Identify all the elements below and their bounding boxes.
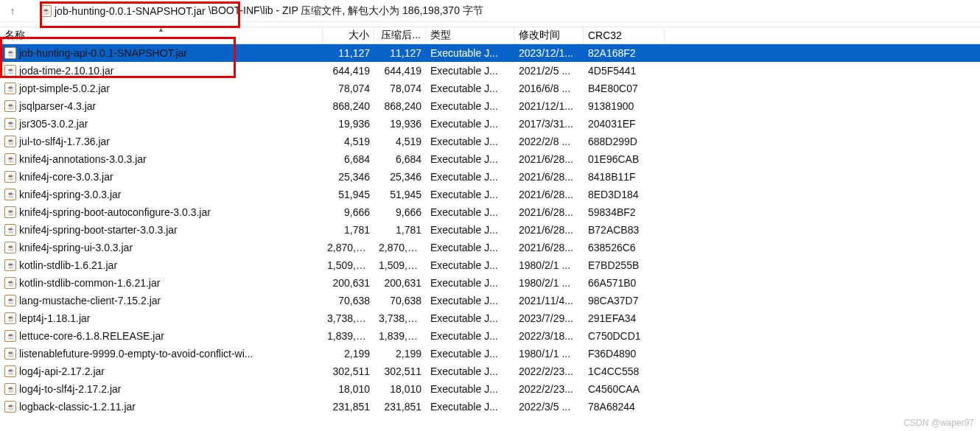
jar-icon: ☕ [4, 348, 16, 360]
header-packed[interactable]: 压缩后... [374, 27, 426, 43]
file-size: 25,346 [323, 170, 374, 183]
header-date[interactable]: 修改时间 [514, 27, 584, 43]
table-row[interactable]: ☕jsr305-3.0.2.jar19,93619,936Executable … [0, 115, 980, 133]
file-name: jopt-simple-5.0.2.jar [19, 83, 110, 94]
file-name: jsqlparser-4.3.jar [19, 100, 96, 112]
table-row[interactable]: ☕listenablefuture-9999.0-empty-to-avoid-… [0, 345, 980, 362]
header-size[interactable]: 大小 [323, 27, 374, 43]
table-row[interactable]: ☕knife4j-spring-ui-3.0.3.jar2,870,3...2,… [0, 239, 980, 256]
file-crc: E7BD255B [584, 259, 665, 272]
table-row[interactable]: ☕knife4j-spring-boot-starter-3.0.3.jar1,… [0, 221, 980, 239]
watermark: CSDN @waper97 [903, 418, 974, 428]
file-packed: 18,010 [374, 382, 426, 396]
jar-icon: ☕ [4, 189, 16, 200]
file-type: Executable J... [426, 365, 514, 378]
table-row[interactable]: ☕jul-to-slf4j-1.7.36.jar4,5194,519Execut… [0, 133, 980, 150]
file-date: 2022/2/23... [514, 365, 584, 378]
file-date: 2016/6/8 ... [514, 82, 584, 95]
table-row[interactable]: ☕knife4j-spring-boot-autoconfigure-3.0.3… [0, 203, 980, 221]
file-packed: 2,870,3... [374, 241, 426, 254]
file-name: knife4j-spring-3.0.3.jar [19, 189, 122, 200]
file-date: 2021/6/28... [514, 223, 584, 236]
table-row[interactable]: ☕lang-mustache-client-7.15.2.jar70,63870… [0, 292, 980, 309]
file-name: knife4j-spring-boot-autoconfigure-3.0.3.… [19, 206, 211, 218]
file-crc: 8418B11F [584, 170, 665, 183]
table-row[interactable]: ☕jsqlparser-4.3.jar868,240868,240Executa… [0, 97, 980, 115]
file-date: 2021/11/4... [514, 294, 584, 307]
file-type: Executable J... [426, 188, 514, 201]
file-type: Executable J... [426, 206, 514, 219]
file-date: 2022/2/23... [514, 382, 584, 396]
file-crc: F36D4890 [584, 347, 665, 360]
file-date: 2021/6/28... [514, 206, 584, 219]
table-row[interactable]: ☕kotlin-stdlib-common-1.6.21.jar200,6312… [0, 274, 980, 292]
file-packed: 78,074 [374, 82, 426, 95]
table-row[interactable]: ☕logback-classic-1.2.11.jar231,851231,85… [0, 398, 980, 416]
file-packed: 3,738,9... [374, 312, 426, 325]
file-size: 9,666 [323, 206, 374, 219]
header-crc[interactable]: CRC32 [584, 28, 665, 43]
file-date: 2021/6/28... [514, 188, 584, 201]
archive-path-file[interactable]: job-hunting-0.0.1-SNAPSHOT.jar [55, 5, 206, 17]
jar-icon: ☕ [4, 153, 16, 165]
file-size: 644,419 [323, 64, 374, 77]
file-crc: 59834BF2 [584, 206, 665, 219]
table-row[interactable]: ☕knife4j-annotations-3.0.3.jar6,6846,684… [0, 150, 980, 168]
file-packed: 51,945 [374, 188, 426, 201]
table-row[interactable]: ☕log4j-to-slf4j-2.17.2.jar18,01018,010Ex… [0, 380, 980, 398]
file-size: 51,945 [323, 188, 374, 201]
file-size: 4,519 [323, 135, 374, 148]
file-type: Executable J... [426, 276, 514, 290]
file-size: 19,936 [323, 117, 374, 130]
jar-icon: ☕ [4, 330, 16, 342]
jar-icon: ☕ [4, 365, 16, 377]
file-crc: 82A168F2 [584, 46, 665, 60]
file-packed: 1,839,4... [374, 329, 426, 343]
table-row[interactable]: ☕knife4j-core-3.0.3.jar25,34625,346Execu… [0, 168, 980, 186]
file-packed: 25,346 [374, 170, 426, 183]
file-date: 2023/12/1... [514, 46, 584, 60]
file-crc: 688D299D [584, 135, 665, 148]
file-packed: 70,638 [374, 294, 426, 307]
table-row[interactable]: ☕lettuce-core-6.1.8.RELEASE.jar1,839,4..… [0, 327, 980, 345]
file-crc: 78A68244 [584, 400, 665, 413]
file-type: Executable J... [426, 259, 514, 272]
header-type[interactable]: 类型 [426, 27, 514, 43]
file-type: Executable J... [426, 329, 514, 343]
file-crc: 638526C6 [584, 241, 665, 254]
jar-icon: ☕ [4, 401, 16, 413]
file-packed: 2,199 [374, 347, 426, 360]
file-date: 1980/2/1 ... [514, 276, 584, 290]
file-type: Executable J... [426, 347, 514, 360]
file-type: Executable J... [426, 312, 514, 325]
jar-icon: ☕ [4, 277, 16, 289]
file-size: 11,127 [323, 46, 374, 60]
file-size: 70,638 [323, 294, 374, 307]
table-row[interactable]: ☕knife4j-spring-3.0.3.jar51,94551,945Exe… [0, 186, 980, 203]
file-name: lettuce-core-6.1.8.RELEASE.jar [19, 330, 164, 342]
file-size: 1,839,4... [323, 329, 374, 343]
file-type: Executable J... [426, 99, 514, 113]
table-row[interactable]: ☕job-hunting-api-0.0.1-SNAPSHOT.jar11,12… [0, 44, 980, 62]
table-row[interactable]: ☕lept4j-1.18.1.jar3,738,9...3,738,9...Ex… [0, 309, 980, 327]
table-row[interactable]: ☕kotlin-stdlib-1.6.21.jar1,509,4...1,509… [0, 256, 980, 274]
table-row[interactable]: ☕jopt-simple-5.0.2.jar78,07478,074Execut… [0, 80, 980, 97]
table-row[interactable]: ☕log4j-api-2.17.2.jar302,511302,511Execu… [0, 362, 980, 380]
table-row[interactable]: ☕joda-time-2.10.10.jar644,419644,419Exec… [0, 62, 980, 80]
file-packed: 1,781 [374, 223, 426, 236]
up-button[interactable]: ↑ [4, 5, 21, 17]
file-date: 2022/2/8 ... [514, 135, 584, 148]
file-date: 2017/3/31... [514, 117, 584, 130]
file-crc: 1C4CC558 [584, 365, 665, 378]
jar-icon: ☕ [4, 83, 16, 94]
file-date: 2021/6/28... [514, 153, 584, 166]
file-name: knife4j-spring-ui-3.0.3.jar [19, 242, 133, 253]
file-packed: 11,127 [374, 46, 426, 60]
header-name[interactable]: ▲ 名称 [0, 27, 323, 43]
jar-icon: ☕ [4, 118, 16, 130]
jar-icon: ☕ [4, 100, 16, 112]
file-type: Executable J... [426, 82, 514, 95]
file-size: 200,631 [323, 276, 374, 290]
file-name: knife4j-annotations-3.0.3.jar [19, 153, 147, 165]
file-type: Executable J... [426, 135, 514, 148]
